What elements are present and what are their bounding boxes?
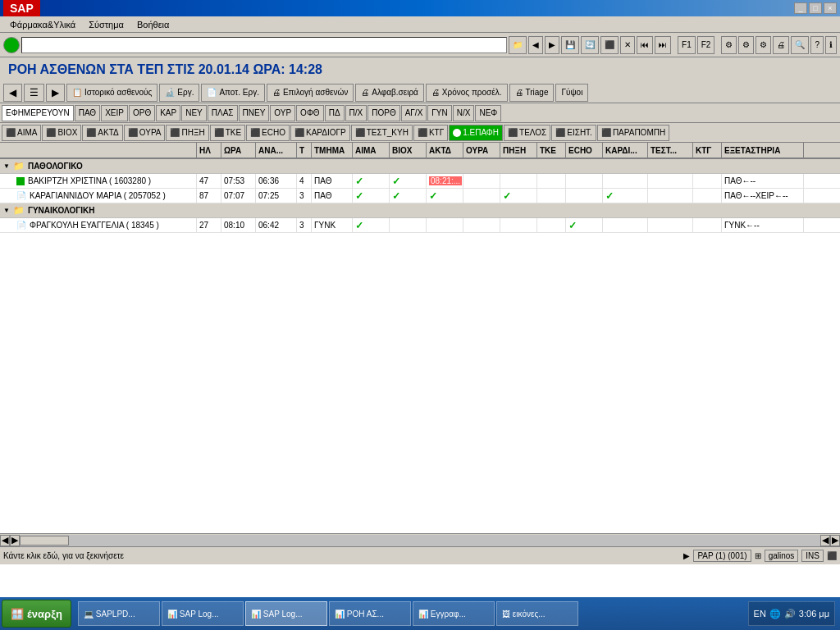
tb-func3[interactable]: ⚙ — [756, 36, 771, 54]
filter-pd[interactable]: ΠΔ — [325, 105, 345, 121]
filter2-test[interactable]: ⬛ ΤΕΣΤ_ΚΥΗ — [351, 125, 413, 141]
h-scrollbar[interactable]: ◀ ▶ ◀ ▶ — [0, 533, 840, 546]
filter2-phxh[interactable]: ⬛ ΠΗΞΗ — [166, 125, 208, 141]
filter-ofth[interactable]: ΟΦΘ — [296, 105, 324, 121]
ab-gypsoi[interactable]: Γύψοι — [555, 84, 588, 102]
tb-folder[interactable]: 📁 — [509, 36, 527, 54]
scroll-end-btn2[interactable]: ▶ — [830, 535, 840, 546]
filter-gyn[interactable]: ΓΥΝ — [427, 105, 451, 121]
tb-stop[interactable]: ⬛ — [600, 36, 619, 54]
ab-xronos[interactable]: 🖨 Χρόνος προσέλ. — [426, 84, 508, 102]
th-name — [0, 143, 197, 158]
tb-refresh[interactable]: 🔄 — [581, 36, 599, 54]
taskbar-saplog2[interactable]: 📊 SAP Log... — [245, 601, 327, 626]
scroll-right-btn[interactable]: ▶ — [10, 535, 20, 546]
tb-f1[interactable]: F1 — [678, 36, 696, 54]
tb-check[interactable] — [3, 37, 20, 53]
tb-x[interactable]: ✕ — [620, 36, 635, 54]
title-bar-buttons[interactable]: _ □ × — [794, 2, 837, 14]
filter-pneu[interactable]: ΠΝΕΥ — [239, 105, 270, 121]
filter-porth[interactable]: ΠΟΡΘ — [368, 105, 399, 121]
filter-efhmereuoun[interactable]: ΕΦΗΜΕΡΕΥΟΥΝ — [2, 105, 74, 121]
ab-nav-fwd[interactable]: ▶ — [46, 84, 65, 102]
filter2-parapomph[interactable]: ⬛ ΠΑΡΑΠΟΜΠΗ — [597, 125, 669, 141]
taskbar-eggrafi[interactable]: 📊 Εγγραφ... — [413, 601, 495, 626]
filter-xeir[interactable]: ΧΕΙΡ — [101, 105, 128, 121]
group-gynaikologiki[interactable]: ▼ 📁 ΓΥΝΑΙΚΟΛΟΓΙΚΗ — [0, 203, 840, 218]
filter2-echo-icon: ⬛ — [250, 128, 260, 137]
check-aima-3: ✓ — [355, 220, 363, 231]
scroll-end-btn[interactable]: ◀ — [820, 535, 830, 546]
maximize-button[interactable]: □ — [809, 2, 822, 14]
taskbar-saplog1[interactable]: 📊 SAP Log... — [162, 601, 244, 626]
address-input[interactable] — [21, 37, 507, 53]
tb-nav2[interactable]: ⏭ — [655, 36, 671, 54]
taskbar-roh[interactable]: 📊 ΡΟΗ ΑΣ... — [329, 601, 411, 626]
ab-nav-back[interactable]: ◀ — [3, 84, 22, 102]
start-button[interactable]: 🪟 έναρξη — [2, 600, 71, 628]
ab-epilogi[interactable]: 🖨 Επιλογή ασθενών — [267, 84, 354, 102]
ab-istoriko[interactable]: 📋 Ιστορικό ασθενούς — [66, 84, 158, 102]
filter2-biox[interactable]: ⬛ ΒΙΟΧ — [42, 125, 81, 141]
filter-neu[interactable]: ΝΕΥ — [181, 105, 207, 121]
filter-plas[interactable]: ΠΛΑΣ — [208, 105, 238, 121]
filter-path[interactable]: ΠΑΘ — [75, 105, 100, 121]
filter-agch[interactable]: ΑΓ/Χ — [401, 105, 427, 121]
filter2-tke[interactable]: ⬛ ΤΚΕ — [210, 125, 245, 141]
group-pathologiko[interactable]: ▼ 📁 ΠΑΘΟΛΟΓΙΚΟ — [0, 159, 840, 174]
tb-back[interactable]: ◀ — [528, 36, 543, 54]
filter2-kardiogr[interactable]: ⬛ ΚΑΡΔΙΟΓΡ — [290, 125, 350, 141]
table-row[interactable]: ΒΑΚΙΡΤΖΗ ΧΡΙΣΤΙΝΑ ( 1603280 ) 47 07:53 0… — [0, 174, 840, 189]
tb-find[interactable]: 🔍 — [791, 36, 809, 54]
tb-info[interactable]: ℹ — [825, 36, 837, 54]
taskbar-saplpd-icon: 💻 — [84, 609, 94, 619]
minimize-button[interactable]: _ — [794, 2, 807, 14]
tb-func1[interactable]: ⚙ — [721, 36, 737, 54]
ab-triage[interactable]: 🖨 Triage — [509, 84, 555, 102]
tb-func2[interactable]: ⚙ — [738, 36, 754, 54]
th-oyra: ΟΥΡΑ — [463, 143, 500, 158]
tb-nav1[interactable]: ⏮ — [637, 36, 653, 54]
filter2-oyra[interactable]: ⬛ ΟΥΡΑ — [124, 125, 166, 141]
table-area: ΗΛ ΩΡΑ ΑΝΑ... Τ ΤΜΗΜΑ ΑΙΜΑ ΒΙΟΧ ΑΚΤΔ ΟΥΡ… — [0, 143, 840, 597]
table-row[interactable]: 📄 ΦΡΑΓΚΟΥΛΗ ΕΥΑΓΓΕΛΙΑ ( 18345 ) 27 08:10… — [0, 218, 840, 233]
th-akta: ΑΚΤΔ — [427, 143, 463, 158]
td-kardi-1 — [603, 174, 648, 188]
filter2-telos[interactable]: ⬛ ΤΕΛΟΣ — [504, 125, 550, 141]
h-scroll-thumb[interactable] — [20, 536, 69, 546]
filter-nef[interactable]: ΝΕΦ — [475, 105, 501, 121]
filter2-aima[interactable]: ⬛ ΑΙΜΑ — [2, 125, 41, 141]
filter-kar[interactable]: ΚΑΡ — [156, 105, 180, 121]
taskbar-eikones[interactable]: 🖼 εικόνες... — [496, 601, 578, 626]
scroll-left-btn[interactable]: ◀ — [0, 535, 10, 546]
td-t-3: 3 — [297, 218, 312, 232]
filter-pch[interactable]: Π/Χ — [345, 105, 368, 121]
table-row[interactable]: 📄 ΚΑΡΑΓΙΑΝΝΙΔΟΥ ΜΑΡΙΑ ( 2057052 ) 87 07:… — [0, 189, 840, 203]
taskbar-saplpd[interactable]: 💻 SAPLPD... — [78, 601, 160, 626]
tb-help[interactable]: ? — [810, 36, 824, 54]
menu-voitheia[interactable]: Βοήθεια — [130, 18, 176, 31]
filter2-ktg[interactable]: ⬛ ΚΤΓ — [413, 125, 448, 141]
ab-apot[interactable]: 📄 Αποτ. Εργ. — [201, 84, 265, 102]
filter-orth[interactable]: ΟΡΘ — [129, 105, 155, 121]
ab-nav-list[interactable]: ☰ — [24, 84, 44, 102]
filter2-akta-icon: ⬛ — [86, 128, 96, 137]
ab-erg[interactable]: 🔬 Εργ. — [159, 84, 199, 102]
taskbar-eggrafi-icon: 📊 — [418, 609, 428, 619]
tb-save[interactable]: 💾 — [561, 36, 579, 54]
menu-farmaka[interactable]: Φάρμακα&Υλικά — [3, 18, 82, 31]
filter-oyr[interactable]: ΟΥΡ — [270, 105, 295, 121]
filter2-echo[interactable]: ⬛ ECHO — [246, 125, 290, 141]
filter2-epafi[interactable]: 1.ΕΠΑΦΗ — [449, 125, 503, 141]
ab-alfav[interactable]: 🖨 Αλφαβ.σειρά — [355, 84, 424, 102]
tb-f2[interactable]: F2 — [697, 36, 715, 54]
filter-nch[interactable]: Ν/Χ — [453, 105, 475, 121]
menu-systima[interactable]: Σύστημα — [82, 18, 130, 31]
tb-fwd[interactable]: ▶ — [545, 36, 559, 54]
close-button[interactable]: × — [824, 2, 837, 14]
filter2-eisht[interactable]: ⬛ ΕΙΣΗΤ. — [551, 125, 596, 141]
filter2-tke-icon: ⬛ — [214, 128, 224, 137]
filter2-parapomph-icon: ⬛ — [601, 128, 611, 137]
tb-print[interactable]: 🖨 — [773, 36, 789, 54]
filter2-akta[interactable]: ⬛ ΑΚΤΔ — [82, 125, 122, 141]
